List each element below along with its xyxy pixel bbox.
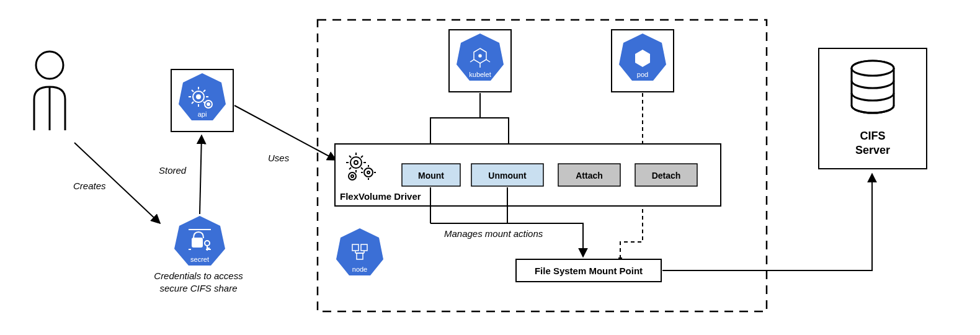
- secret-label: secret: [190, 256, 209, 263]
- stored-label: Stored: [159, 165, 187, 176]
- api-label: api: [198, 110, 207, 118]
- mount-label: Mount: [418, 171, 444, 181]
- cifs-label-1: CIFS: [860, 130, 885, 142]
- attach-label: Attach: [576, 171, 603, 181]
- database-icon: [852, 61, 894, 113]
- user-icon: [34, 51, 65, 130]
- pod-label: pod: [637, 71, 648, 78]
- secret-caption-2: secure CIFS share: [159, 283, 237, 293]
- architecture-diagram: Creates api secr: [0, 0, 980, 335]
- uses-arrow: [234, 105, 336, 160]
- node-label: node: [352, 266, 367, 273]
- creates-label: Creates: [73, 181, 106, 191]
- svg-rect-16: [192, 238, 202, 247]
- manages-label: Manages mount actions: [444, 228, 543, 239]
- svg-point-25: [479, 55, 481, 57]
- stored-arrow: [200, 135, 202, 214]
- svg-point-14: [207, 103, 210, 105]
- kubelet-label: kubelet: [469, 71, 491, 78]
- node-heptagon: node: [336, 228, 383, 275]
- detach-label: Detach: [652, 171, 681, 181]
- secret-heptagon: secret: [174, 216, 225, 266]
- svg-point-4: [197, 95, 200, 99]
- svg-point-57: [852, 61, 894, 76]
- flexvolume-title: FlexVolume Driver: [340, 191, 421, 202]
- cifs-label-2: Server: [855, 144, 890, 156]
- secret-caption-1: Credentials to access: [154, 270, 243, 281]
- unmount-label: Unmount: [488, 171, 527, 181]
- mount-point-label: File System Mount Point: [535, 266, 643, 276]
- svg-point-0: [36, 51, 63, 79]
- uses-label: Uses: [268, 153, 290, 163]
